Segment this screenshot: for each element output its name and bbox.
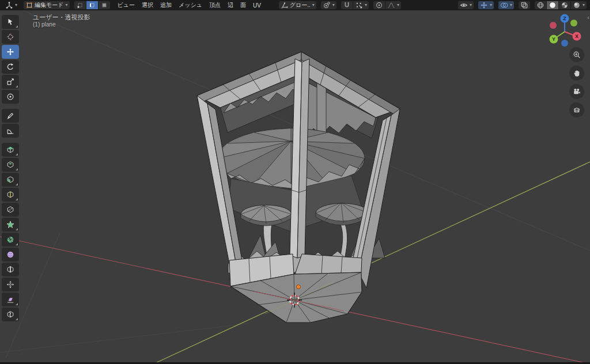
tool-rotate[interactable] (2, 60, 19, 74)
active-object-label: (1) plane (33, 21, 55, 28)
rotate-icon (6, 63, 14, 71)
navigation-gizmo[interactable]: Z X Y (544, 10, 585, 52)
tool-tweak[interactable] (2, 15, 19, 29)
object-type-visibility-dropdown[interactable]: ▾ (458, 1, 474, 9)
snap-to-icon (355, 1, 363, 9)
shading-solid-button[interactable] (547, 1, 558, 9)
orientation-axes-icon (281, 1, 289, 9)
camera-icon (573, 88, 581, 96)
chevron-down-icon: ▾ (490, 1, 492, 9)
bevel-icon (6, 176, 14, 184)
transform-icon (6, 93, 14, 101)
lantern-mesh[interactable] (197, 52, 400, 323)
rendered-sphere-icon (573, 1, 581, 9)
chevron-down-icon: ▾ (397, 1, 399, 9)
shading-wireframe-button[interactable] (535, 1, 546, 9)
menu-view[interactable]: ビュー (115, 0, 138, 10)
snap-toggle[interactable] (341, 1, 353, 9)
tool-extrude-region[interactable] (2, 143, 19, 157)
zoom-button[interactable] (569, 47, 584, 62)
editor-3d-viewport-icon (5, 1, 13, 9)
chevron-down-icon: ▾ (470, 1, 472, 9)
tool-bevel[interactable] (2, 173, 19, 187)
shading-rendered-button[interactable]: ▾ (571, 1, 587, 9)
move-icon (6, 48, 14, 56)
visibility-eye-icon (460, 1, 468, 9)
tool-rip-region[interactable] (2, 308, 19, 321)
transform-orientation-dropdown[interactable]: グロー.. ▾ (279, 1, 316, 9)
tool-measure[interactable] (2, 124, 19, 138)
chevron-down-icon: ▾ (583, 1, 585, 9)
select-mode-edge[interactable] (86, 1, 98, 9)
tool-loop-cut[interactable] (2, 188, 19, 202)
magnifier-icon (573, 51, 581, 59)
tool-inset-faces[interactable] (2, 158, 19, 172)
solid-sphere-icon (549, 1, 557, 9)
falloff-curve-icon (387, 1, 395, 9)
tool-spin[interactable] (2, 233, 19, 247)
menu-add[interactable]: 追加 (157, 0, 175, 10)
loop-cut-icon (6, 191, 14, 199)
object-origin-point[interactable] (297, 285, 301, 289)
edit-mode-icon (25, 1, 33, 9)
tool-smooth[interactable] (2, 248, 19, 261)
orientation-label: グロー.. (290, 1, 311, 9)
magnet-icon (343, 1, 351, 9)
material-sphere-icon (561, 1, 569, 9)
tool-annotate[interactable] (2, 109, 19, 123)
select-mode-face[interactable] (99, 1, 110, 9)
vertex-select-icon (76, 1, 84, 9)
sidebar-toggle-arrow[interactable]: ‹ (587, 14, 589, 21)
chevron-down-icon: ▾ (365, 1, 367, 9)
shading-mode-group: ▾ (535, 1, 587, 9)
snap-target-dropdown[interactable]: ▾ (353, 1, 369, 9)
tool-edge-slide[interactable] (2, 263, 19, 276)
gizmo-z-label: Z (563, 16, 566, 21)
edge-select-icon (88, 1, 96, 9)
editor-type-selector[interactable]: ▾ (3, 1, 19, 9)
proportional-editing-toggle[interactable] (373, 1, 385, 9)
xray-toggle[interactable] (519, 1, 530, 9)
tool-cursor[interactable] (2, 30, 19, 44)
chevron-down-icon: ▾ (332, 1, 335, 9)
tool-shear[interactable] (2, 293, 19, 306)
tool-transform[interactable] (2, 90, 19, 104)
menu-bar: ビュー 選択 追加 メッシュ 頂点 辺 面 UV (115, 0, 264, 10)
chevron-down-icon: ▾ (15, 1, 17, 9)
gizmos-icon (480, 1, 488, 9)
spin-icon (6, 236, 14, 244)
grid-box-icon (573, 106, 581, 114)
tool-shelf (2, 15, 19, 321)
perspective-toggle-button[interactable] (569, 103, 584, 117)
menu-select[interactable]: 選択 (139, 0, 156, 10)
menu-vertex[interactable]: 頂点 (206, 0, 224, 10)
show-gizmos-toggle[interactable]: ▾ (478, 1, 494, 9)
menu-uv[interactable]: UV (250, 1, 264, 10)
poly-build-icon (6, 221, 14, 229)
tool-move[interactable] (2, 45, 19, 59)
shear-icon (6, 295, 14, 304)
menu-edge[interactable]: 辺 (225, 0, 236, 10)
face-select-icon (100, 1, 108, 9)
proportional-circle-icon (375, 1, 383, 9)
menu-mesh[interactable]: メッシュ (176, 0, 205, 10)
tool-scale[interactable] (2, 75, 19, 89)
tool-shrink-fatten[interactable] (2, 278, 19, 291)
show-overlays-toggle[interactable]: ▾ (498, 1, 514, 9)
mode-dropdown[interactable]: 編集モード ▾ (24, 1, 69, 9)
shading-material-button[interactable] (559, 1, 570, 9)
tool-knife[interactable] (2, 203, 19, 217)
viewport-canvas[interactable] (0, 10, 590, 364)
gizmo-y-label: Y (552, 36, 555, 42)
select-mode-vertex[interactable] (74, 1, 86, 9)
pivot-point-dropdown[interactable]: ▾ (321, 1, 336, 9)
camera-view-button[interactable] (569, 84, 584, 99)
proportional-falloff-dropdown[interactable]: ▾ (385, 1, 401, 9)
measure-protractor-icon (6, 127, 14, 135)
viewport-header: ▾ 編集モード ▾ ビュー 選 (0, 0, 590, 10)
menu-face[interactable]: 面 (237, 0, 249, 10)
tool-poly-build[interactable] (2, 218, 19, 232)
pan-button[interactable] (569, 66, 584, 81)
extrude-icon (6, 146, 14, 154)
gizmo-x-label: X (575, 33, 578, 39)
